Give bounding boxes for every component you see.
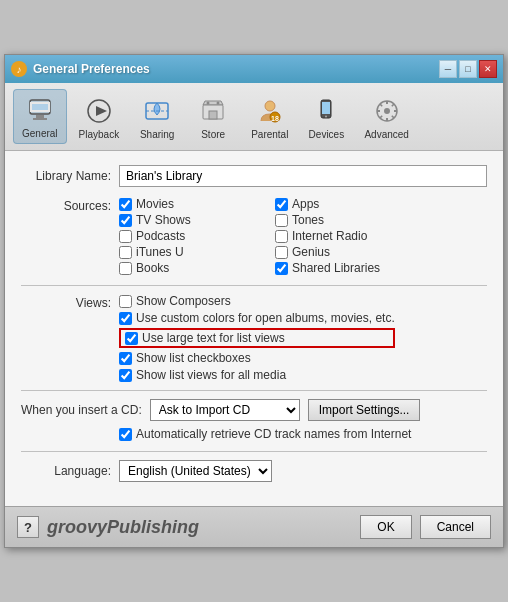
minimize-button[interactable]: ─ <box>439 60 457 78</box>
general-icon <box>24 94 56 126</box>
cd-action-select[interactable]: Ask to Import CD Import CD Import CD and… <box>150 399 300 421</box>
cd-insert-row: When you insert a CD: Ask to Import CD I… <box>21 399 487 421</box>
source-internet-radio-checkbox[interactable] <box>275 230 288 243</box>
source-podcasts[interactable]: Podcasts <box>119 229 259 243</box>
bottom-bar: ? groovyPublishing OK Cancel <box>5 506 503 547</box>
toolbar-playback[interactable]: Playback <box>71 91 128 144</box>
view-large-text-checkbox[interactable] <box>125 332 138 345</box>
toolbar-general[interactable]: General <box>13 89 67 144</box>
view-list-all-media[interactable]: Show list views for all media <box>119 368 395 382</box>
source-shared-libraries-checkbox[interactable] <box>275 262 288 275</box>
cd-insert-label: When you insert a CD: <box>21 403 142 417</box>
views-label: Views: <box>21 294 111 310</box>
svg-point-11 <box>217 102 220 105</box>
view-show-composers[interactable]: Show Composers <box>119 294 395 308</box>
views-row: Views: Show Composers Use custom colors … <box>21 294 487 382</box>
view-list-checkboxes-checkbox[interactable] <box>119 352 132 365</box>
toolbar-parental-label: Parental <box>251 129 288 140</box>
title-bar-left: ♪ General Preferences <box>11 61 150 77</box>
divider-1 <box>21 285 487 286</box>
divider-3 <box>21 451 487 452</box>
divider-2 <box>21 390 487 391</box>
svg-rect-2 <box>32 104 48 110</box>
toolbar-store[interactable]: Store <box>187 91 239 144</box>
view-list-all-media-checkbox[interactable] <box>119 369 132 382</box>
view-show-composers-checkbox[interactable] <box>119 295 132 308</box>
store-icon <box>197 95 229 127</box>
svg-rect-3 <box>36 115 44 118</box>
sources-row: Sources: Movies Apps TV Shows Tones <box>21 197 487 275</box>
toolbar-sharing-label: Sharing <box>140 129 174 140</box>
sources-label: Sources: <box>21 197 111 213</box>
sources-grid: Movies Apps TV Shows Tones Podcasts <box>119 197 415 275</box>
toolbar-general-label: General <box>22 128 58 139</box>
title-bar: ♪ General Preferences ─ □ ✕ <box>5 55 503 83</box>
svg-marker-6 <box>96 106 107 116</box>
toolbar-parental[interactable]: 18 Parental <box>243 91 296 144</box>
source-tvshows[interactable]: TV Shows <box>119 213 259 227</box>
library-name-row: Library Name: <box>21 165 487 187</box>
source-tones-checkbox[interactable] <box>275 214 288 227</box>
cancel-button[interactable]: Cancel <box>420 515 491 539</box>
views-list: Show Composers Use custom colors for ope… <box>119 294 395 382</box>
view-custom-colors[interactable]: Use custom colors for open albums, movie… <box>119 311 395 325</box>
source-tones[interactable]: Tones <box>275 213 415 227</box>
parental-icon: 18 <box>254 95 286 127</box>
import-settings-button[interactable]: Import Settings... <box>308 399 421 421</box>
source-books[interactable]: Books <box>119 261 259 275</box>
toolbar-devices-label: Devices <box>309 129 345 140</box>
source-shared-libraries[interactable]: Shared Libraries <box>275 261 415 275</box>
toolbar-sharing[interactable]: Sharing <box>131 91 183 144</box>
svg-point-17 <box>325 116 327 118</box>
bottom-right: OK Cancel <box>360 515 491 539</box>
toolbar-store-label: Store <box>201 129 225 140</box>
maximize-button[interactable]: □ <box>459 60 477 78</box>
source-genius[interactable]: Genius <box>275 245 415 259</box>
source-podcasts-checkbox[interactable] <box>119 230 132 243</box>
language-row: Language: English (United States) Englis… <box>21 460 487 482</box>
source-itunes-u-checkbox[interactable] <box>119 246 132 259</box>
ok-button[interactable]: OK <box>360 515 411 539</box>
playback-icon <box>83 95 115 127</box>
main-window: ♪ General Preferences ─ □ ✕ General <box>4 54 504 548</box>
toolbar-advanced-label: Advanced <box>364 129 408 140</box>
help-button[interactable]: ? <box>17 516 39 538</box>
auto-retrieve-row: Automatically retrieve CD track names fr… <box>119 427 487 441</box>
source-genius-checkbox[interactable] <box>275 246 288 259</box>
source-apps-checkbox[interactable] <box>275 198 288 211</box>
source-tvshows-checkbox[interactable] <box>119 214 132 227</box>
toolbar-devices[interactable]: Devices <box>300 91 352 144</box>
source-apps[interactable]: Apps <box>275 197 415 211</box>
window-title: General Preferences <box>33 62 150 76</box>
title-buttons: ─ □ ✕ <box>439 60 497 78</box>
language-select[interactable]: English (United States) English (UK) Fre… <box>119 460 272 482</box>
library-name-input[interactable] <box>119 165 487 187</box>
sharing-icon <box>141 95 173 127</box>
bottom-left: ? groovyPublishing <box>17 516 199 538</box>
toolbar-advanced[interactable]: Advanced <box>356 91 416 144</box>
devices-icon <box>310 95 342 127</box>
view-custom-colors-checkbox[interactable] <box>119 312 132 325</box>
svg-point-10 <box>207 102 210 105</box>
source-internet-radio[interactable]: Internet Radio <box>275 229 415 243</box>
advanced-icon <box>371 95 403 127</box>
svg-point-12 <box>265 101 275 111</box>
source-movies[interactable]: Movies <box>119 197 259 211</box>
library-name-label: Library Name: <box>21 169 111 183</box>
svg-point-19 <box>384 108 390 114</box>
source-itunes-u[interactable]: iTunes U <box>119 245 259 259</box>
brand-text: groovyPublishing <box>47 517 199 538</box>
svg-text:18: 18 <box>271 115 279 122</box>
auto-retrieve-checkbox[interactable] <box>119 428 132 441</box>
toolbar-playback-label: Playback <box>79 129 120 140</box>
view-list-checkboxes[interactable]: Show list checkboxes <box>119 351 395 365</box>
source-movies-checkbox[interactable] <box>119 198 132 211</box>
app-icon: ♪ <box>11 61 27 77</box>
view-large-text[interactable]: Use large text for list views <box>119 328 395 348</box>
auto-retrieve-label[interactable]: Automatically retrieve CD track names fr… <box>119 427 411 441</box>
svg-rect-9 <box>209 111 217 119</box>
toolbar: General Playback Sharing <box>5 83 503 151</box>
language-label: Language: <box>21 464 111 478</box>
source-books-checkbox[interactable] <box>119 262 132 275</box>
close-button[interactable]: ✕ <box>479 60 497 78</box>
